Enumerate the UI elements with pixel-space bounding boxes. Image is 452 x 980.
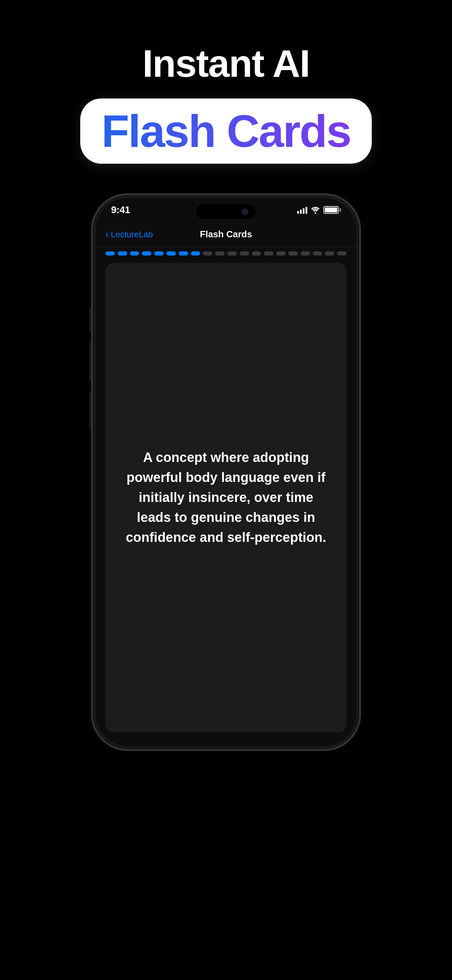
signal-bar-2 (300, 210, 302, 214)
progress-dot-10 (215, 251, 224, 256)
phone-side-btn-mute (89, 307, 91, 332)
progress-dot-12 (240, 251, 249, 256)
progress-dot-8 (191, 251, 201, 256)
progress-dot-5 (154, 251, 164, 256)
progress-dot-3 (130, 251, 140, 256)
progress-dot-2 (118, 251, 127, 256)
progress-dot-17 (301, 251, 310, 256)
progress-dot-20 (337, 251, 347, 256)
progress-dot-6 (166, 251, 176, 256)
progress-dot-1 (105, 251, 115, 256)
progress-dot-4 (142, 251, 151, 256)
flash-cards-label: Flash Cards (101, 105, 350, 157)
progress-dot-16 (288, 251, 298, 256)
nav-bar: ‹ LectureLab Flash Cards (95, 222, 357, 247)
progress-dot-11 (228, 251, 237, 256)
phone-outer: 9:41 (93, 195, 359, 749)
wifi-icon (311, 206, 320, 214)
status-time: 9:41 (111, 204, 130, 216)
progress-dot-18 (313, 251, 322, 256)
svg-point-0 (315, 212, 316, 214)
phone-side-btn-vol-down (89, 391, 91, 430)
dynamic-island (196, 204, 256, 219)
signal-icon (297, 206, 307, 214)
progress-bar (105, 251, 347, 256)
progress-dot-13 (252, 251, 261, 256)
back-chevron-icon: ‹ (105, 229, 108, 240)
progress-dot-15 (276, 251, 286, 256)
signal-bar-3 (303, 208, 304, 214)
battery-icon (323, 206, 341, 214)
progress-dot-9 (203, 251, 212, 256)
progress-dot-19 (325, 251, 334, 256)
battery-tip (339, 208, 341, 212)
signal-bar-1 (297, 211, 299, 214)
phone-screen: 9:41 (95, 198, 357, 746)
battery-body (323, 206, 339, 214)
nav-back-button[interactable]: ‹ LectureLab (105, 229, 153, 240)
progress-dot-14 (264, 251, 273, 256)
flash-cards-badge: Flash Cards (80, 99, 371, 164)
phone-side-btn-vol-up (89, 342, 91, 381)
page-title: Instant AI (142, 42, 309, 84)
page: Instant AI Flash Cards 9:41 (0, 0, 452, 980)
card-body-text: A concept where adopting powerful body l… (123, 448, 329, 547)
nav-title: Flash Cards (200, 229, 252, 240)
battery-fill (325, 207, 337, 212)
signal-bar-4 (306, 207, 307, 214)
heading-section: Instant AI (142, 42, 309, 84)
phone-mockup: 9:41 (93, 195, 359, 749)
status-icons (297, 206, 341, 214)
progress-dot-7 (179, 251, 188, 256)
nav-back-label[interactable]: LectureLab (111, 229, 153, 239)
flash-card[interactable]: A concept where adopting powerful body l… (105, 263, 347, 732)
